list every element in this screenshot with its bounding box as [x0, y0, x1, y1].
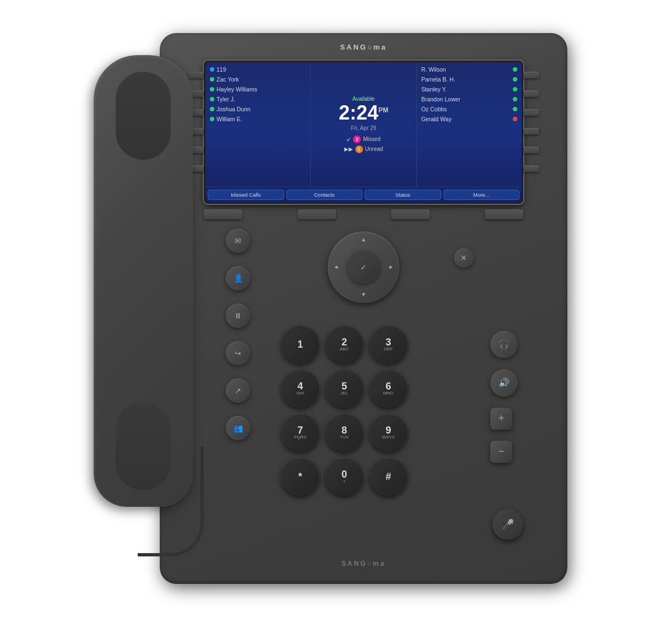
- status-dot-red: [513, 117, 517, 121]
- volume-down-button[interactable]: −: [490, 441, 512, 463]
- screen-item-tyler[interactable]: Tyler J.: [209, 94, 307, 104]
- right-item-label: Oz Cobbs: [421, 106, 447, 112]
- status-dot: [513, 97, 517, 101]
- screen-right-item-r-wilson[interactable]: R. Wilson: [420, 64, 518, 74]
- key-sub: ABC: [340, 347, 349, 351]
- screen-left-column: 119 Zac York Hayley Williams Tyler J.: [205, 62, 311, 187]
- right-side-button-6[interactable]: [523, 165, 539, 172]
- nav-down-button[interactable]: ▼: [358, 289, 369, 300]
- navigation-pad: ▲ ▼ ◄ ► ✓: [328, 231, 399, 303]
- func-btn-3[interactable]: [391, 209, 430, 219]
- forward-button[interactable]: ↗: [226, 378, 250, 403]
- brand-label-top: SANG○ma: [340, 43, 387, 51]
- screen-item-joshua-dunn[interactable]: Joshua Dunn: [209, 104, 307, 114]
- headset-button[interactable]: 🎧: [490, 331, 518, 358]
- volume-up-button[interactable]: +: [490, 408, 512, 430]
- right-side-button-3[interactable]: [523, 109, 539, 116]
- checkmark-icon: ✓: [360, 263, 367, 272]
- key-6[interactable]: 6 MNO: [369, 369, 408, 408]
- mute-button[interactable]: 🎤: [492, 509, 523, 540]
- status-button[interactable]: Status: [365, 190, 441, 200]
- contacts-book-button[interactable]: 👤: [226, 266, 250, 290]
- nav-left-button[interactable]: ◄: [330, 262, 342, 273]
- screen-item-label: Joshua Dunn: [216, 106, 251, 112]
- speaker-icon: 🔊: [499, 377, 510, 388]
- side-button-1[interactable]: [188, 72, 204, 78]
- key-label: 6: [386, 381, 391, 391]
- right-side-button-4[interactable]: [523, 128, 539, 134]
- key-label: 5: [342, 381, 347, 391]
- screen-center-column: Available 2:24PM Fri, Apr 29 ↙ 2 Missed …: [311, 62, 416, 187]
- status-dot: [513, 77, 517, 82]
- screen-item-zac-york[interactable]: Zac York: [209, 74, 307, 84]
- key-7[interactable]: 7 PQRS: [281, 413, 319, 452]
- key-hash[interactable]: #: [369, 457, 408, 496]
- phone: SANG○ma 119 Zac York Hayley Willi: [83, 33, 578, 611]
- left-action-buttons: ✉ 👤 ⏸ ↪ ↗ 👥: [226, 229, 250, 440]
- key-sub: JKL: [340, 391, 348, 396]
- key-label: 8: [342, 425, 347, 435]
- unread-count: 1: [355, 145, 363, 153]
- screen-item-label: 119: [216, 66, 226, 73]
- nav-confirm-button[interactable]: ✓: [347, 251, 380, 284]
- nav-right-button[interactable]: ►: [386, 262, 397, 273]
- missed-count: 2: [353, 136, 361, 143]
- nav-up-button[interactable]: ▲: [358, 234, 369, 245]
- right-item-label: Pamela B. H.: [421, 76, 456, 83]
- forward-icon: ↗: [235, 386, 241, 395]
- key-8[interactable]: 8 TUV: [325, 413, 364, 452]
- status-dot: [513, 107, 517, 111]
- key-sub: TUV: [340, 435, 349, 440]
- status-dot-green: [210, 97, 214, 101]
- screen-item-119[interactable]: 119: [209, 64, 307, 74]
- more-button[interactable]: More...: [443, 190, 520, 200]
- contacts-button[interactable]: Contacts: [286, 190, 363, 200]
- right-item-label: Gerald Way: [421, 116, 452, 122]
- func-btn-2[interactable]: [297, 209, 336, 219]
- screen-item-hayley-williams[interactable]: Hayley Williams: [209, 84, 307, 94]
- screen-item-label: William E.: [216, 116, 242, 122]
- key-sub: GHI: [296, 391, 304, 396]
- key-sub: MNO: [383, 391, 394, 396]
- screen-right-item-stanley[interactable]: Stanley Y.: [420, 84, 518, 94]
- right-side-button-5[interactable]: [523, 147, 539, 153]
- screen-right-item-brandon-lower[interactable]: Brandon Lower: [420, 94, 518, 104]
- screen-right-item-gerald-way[interactable]: Gerald Way: [420, 114, 518, 124]
- screen-right-item-pamela[interactable]: Pamela B. H.: [420, 74, 518, 84]
- headset-icon: 🎧: [499, 339, 510, 349]
- nav-ring[interactable]: ▲ ▼ ◄ ► ✓: [328, 231, 399, 303]
- handset: [94, 55, 193, 507]
- transfer-button[interactable]: ↪: [226, 341, 250, 365]
- screen-right-item-oz-cobbs[interactable]: Oz Cobbs: [420, 104, 518, 114]
- screen-item-label: Hayley Williams: [216, 86, 257, 93]
- status-dot-green: [210, 117, 214, 121]
- hold-icon: ⏸: [234, 311, 242, 320]
- screen-item-william-e[interactable]: William E.: [209, 114, 307, 124]
- right-side-button-1[interactable]: [523, 72, 539, 78]
- missed-calls-button[interactable]: Missed Calls: [208, 190, 284, 200]
- key-5[interactable]: 5 JKL: [325, 369, 364, 408]
- voicemail-icon: ▶▶: [344, 146, 353, 152]
- hold-button[interactable]: ⏸: [226, 304, 250, 328]
- key-3[interactable]: 3 DEF: [369, 325, 408, 364]
- key-label: 0: [342, 469, 347, 479]
- contacts-icon: 👤: [234, 274, 243, 283]
- messages-button[interactable]: ✉: [226, 229, 250, 253]
- func-btn-1[interactable]: [204, 209, 242, 219]
- key-9[interactable]: 9 WXYZ: [369, 413, 408, 452]
- key-star[interactable]: *: [281, 457, 319, 496]
- func-btn-4[interactable]: [485, 209, 523, 219]
- status-dot-blue: [210, 67, 214, 72]
- key-4[interactable]: 4 GHI: [281, 369, 319, 408]
- right-item-label: R. Wilson: [421, 66, 446, 73]
- key-1[interactable]: 1: [281, 325, 319, 364]
- right-side-button-2[interactable]: [523, 90, 539, 97]
- key-2[interactable]: 2 ABC: [325, 325, 364, 364]
- cancel-button[interactable]: ✕: [454, 248, 474, 268]
- conference-button[interactable]: 👥: [226, 416, 250, 440]
- speaker-button[interactable]: 🔊: [490, 369, 518, 397]
- plus-icon: +: [499, 413, 505, 424]
- key-0[interactable]: 0 +: [325, 457, 364, 496]
- brand-label-bottom: SANG○ma: [342, 560, 386, 567]
- screen-wrapper: 119 Zac York Hayley Williams Tyler J.: [204, 61, 523, 204]
